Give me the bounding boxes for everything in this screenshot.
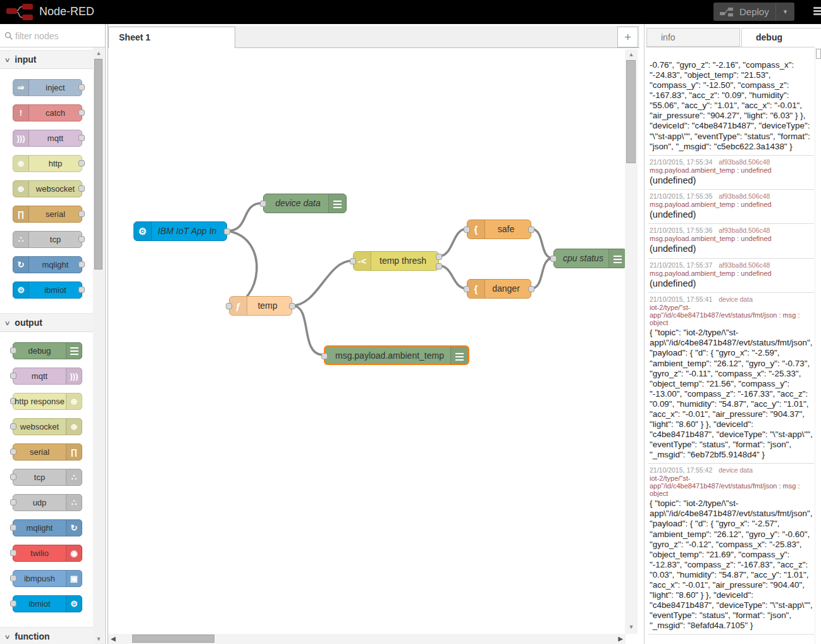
node-port[interactable] xyxy=(321,353,328,359)
node-port[interactable] xyxy=(289,303,295,309)
mqlight-arrow-icon: ↻ xyxy=(66,520,82,536)
palette-node-tcp[interactable]: ∴tcp xyxy=(13,231,82,248)
debug-payload[interactable]: (undefined) xyxy=(650,209,813,220)
chip-icon: ⚙ xyxy=(13,282,29,298)
wire[interactable] xyxy=(292,261,352,306)
scroll-left-icon[interactable]: ◀ xyxy=(111,635,116,642)
debug-payload[interactable]: (undefined) xyxy=(650,278,813,289)
sidebar-scrollbar[interactable] xyxy=(815,47,821,644)
sidebar-scrollbar-thumb[interactable] xyxy=(816,49,821,59)
flow-node-temp-thresh[interactable]: -<temp thresh xyxy=(353,251,439,271)
tab-debug[interactable]: debug xyxy=(741,28,821,47)
scroll-up-icon[interactable]: ▲ xyxy=(93,50,104,56)
scroll-down-icon[interactable]: ▼ xyxy=(625,624,638,630)
wire[interactable] xyxy=(292,306,323,355)
node-port[interactable] xyxy=(550,256,557,262)
menu-hamburger-icon[interactable] xyxy=(813,6,821,16)
palette-node-label: serial xyxy=(13,444,66,460)
debug-message[interactable]: 21/10/2015, 17:55:41device dataiot-2/typ… xyxy=(648,293,814,464)
category-header-input[interactable]: ∨input xyxy=(0,50,94,69)
add-sheet-button[interactable]: + xyxy=(617,27,638,47)
flow-node-iot-in[interactable]: ⚙IBM IoT App In xyxy=(133,221,227,241)
node-port[interactable] xyxy=(528,286,534,292)
palette-node-serial[interactable]: ∏serial xyxy=(13,206,82,223)
palette-node-http[interactable]: ⊕http xyxy=(13,155,82,172)
node-port[interactable] xyxy=(224,228,230,235)
filter-nodes-input[interactable] xyxy=(15,27,97,45)
chevron-down-icon: ∨ xyxy=(4,633,11,640)
scroll-right-icon[interactable]: ▶ xyxy=(618,635,623,642)
palette-scrollbar[interactable]: ▲ ▼ xyxy=(93,47,104,644)
debug-payload[interactable]: -0.76", "gyro_z": "-2.16", "compass_x": … xyxy=(650,61,813,152)
node-port[interactable] xyxy=(528,226,534,233)
canvas-horizontal-scrollbar[interactable]: ◀ ▶ xyxy=(108,634,626,644)
wire[interactable] xyxy=(439,266,466,288)
template-icon: { xyxy=(467,220,485,238)
node-port[interactable] xyxy=(226,303,232,309)
palette-node-ibmpush[interactable]: ▣ibmpush xyxy=(13,570,82,587)
canvas-vertical-scrollbar[interactable]: ▲ ▼ xyxy=(625,49,638,634)
palette-node-catch[interactable]: !catch xyxy=(13,104,82,121)
debug-payload[interactable]: { "topic": "iot-2/type/\"st-app\"/id/c4b… xyxy=(650,498,813,631)
flow-node-ambient[interactable]: msg.payload.ambient_temp xyxy=(324,345,469,365)
palette-node-mqlight[interactable]: ↻mqlight xyxy=(13,256,82,273)
palette-node-ibmiot[interactable]: ⚙ibmiot xyxy=(13,282,82,299)
palette-node-ibmiot[interactable]: ⚙ibmiot xyxy=(13,595,82,612)
debug-message[interactable]: 21/10/2015, 17:55:34af93ba8d.506c48msg.p… xyxy=(648,156,814,190)
debug-message-list[interactable]: -0.76", "gyro_z": "-2.16", "compass_x": … xyxy=(648,61,814,644)
flow-node-device-data[interactable]: device data xyxy=(263,194,347,213)
debug-lines-icon xyxy=(328,194,346,213)
canvas-vscrollbar-thumb[interactable] xyxy=(626,60,636,163)
palette-node-websocket[interactable]: ⊕websocket xyxy=(13,180,82,197)
flow-node-cpu-status[interactable]: cpu status xyxy=(553,249,627,268)
wire[interactable] xyxy=(531,258,553,288)
debug-payload[interactable]: (undefined) xyxy=(650,175,813,186)
deploy-button[interactable]: Deploy ▾ xyxy=(713,3,794,21)
tab-info[interactable]: info xyxy=(646,28,740,47)
debug-message[interactable]: 21/10/2015, 17:55:37af93ba8d.506c48msg.p… xyxy=(648,259,814,293)
node-port[interactable] xyxy=(464,286,470,292)
debug-message[interactable]: -0.76", "gyro_z": "-2.16", "compass_x": … xyxy=(648,61,814,156)
category-header-function[interactable]: ∨function xyxy=(0,627,94,644)
wire[interactable] xyxy=(227,203,262,231)
node-port[interactable] xyxy=(436,254,442,260)
palette-node-serial[interactable]: ∏serial xyxy=(13,443,82,461)
palette-node-inject[interactable]: ⇒inject xyxy=(13,79,82,96)
palette-node-mqlight[interactable]: ↻mqlight xyxy=(13,519,82,536)
wire[interactable] xyxy=(439,229,466,256)
palette-node-mqtt[interactable]: )))mqtt xyxy=(13,130,82,147)
flow-node-safe[interactable]: {safe xyxy=(467,220,531,239)
wire[interactable] xyxy=(227,231,257,306)
palette-node-mqtt[interactable]: )))mqtt xyxy=(13,368,82,385)
debug-message[interactable]: 21/10/2015, 17:55:35af93ba8d.506c48msg.p… xyxy=(648,190,814,224)
palette-scrollbar-thumb[interactable] xyxy=(94,59,102,269)
node-port[interactable] xyxy=(350,258,356,264)
node-port[interactable] xyxy=(464,226,470,233)
category-header-output[interactable]: ∨output xyxy=(0,313,94,332)
debug-payload[interactable]: (undefined) xyxy=(650,244,813,254)
scroll-down-icon[interactable]: ▼ xyxy=(93,636,104,642)
palette-node-websocket[interactable]: ⊕websocket xyxy=(13,418,82,435)
wire[interactable] xyxy=(531,229,553,258)
deploy-dropdown-caret[interactable]: ▾ xyxy=(775,3,794,21)
debug-payload[interactable]: { "topic": "iot-2/type/\"st-app\"/id/c4b… xyxy=(650,328,813,460)
debug-message-meta: 21/10/2015, 17:55:42device data xyxy=(650,466,813,474)
broadcast-icon: ))) xyxy=(66,368,82,384)
mqlight-arrow-icon: ↻ xyxy=(13,257,29,273)
node-port[interactable] xyxy=(260,201,266,207)
debug-message[interactable]: 21/10/2015, 17:55:36af93ba8d.506c48msg.p… xyxy=(648,224,814,258)
debug-message[interactable]: 21/10/2015, 17:55:42device dataiot-2/typ… xyxy=(648,464,814,635)
flow-canvas[interactable]: ⚙IBM IoT App Indevice dataƒtemp-<temp th… xyxy=(108,48,639,634)
scroll-up-icon[interactable]: ▲ xyxy=(625,51,638,58)
node-port[interactable] xyxy=(436,263,442,269)
palette-node-debug[interactable]: debug xyxy=(13,342,82,359)
flow-node-danger[interactable]: {danger xyxy=(467,279,531,299)
canvas-hscrollbar-thumb[interactable] xyxy=(132,635,214,643)
tab-sheet-1[interactable]: Sheet 1 xyxy=(108,27,235,49)
palette-node-tcp[interactable]: ∴tcp xyxy=(13,469,82,486)
palette-node-http-response[interactable]: ⊕http response xyxy=(13,393,82,410)
palette-node-udp[interactable]: ∴udp xyxy=(13,494,82,511)
flow-wires[interactable] xyxy=(108,48,639,634)
palette-node-twilio[interactable]: ◉twilio xyxy=(13,545,82,562)
flow-node-temp[interactable]: ƒtemp xyxy=(229,296,292,316)
